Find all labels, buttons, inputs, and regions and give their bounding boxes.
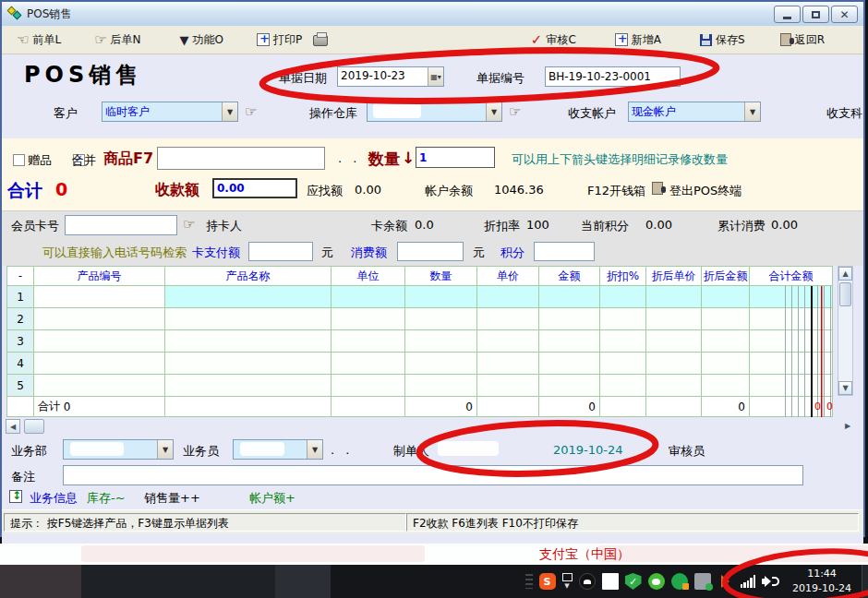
customer-dropdown[interactable]: 临时客户 ▼ (102, 102, 238, 122)
grid-cell[interactable] (646, 286, 702, 308)
calendar-dropdown-icon[interactable]: ▦▾ (428, 67, 443, 86)
printer-setup-button[interactable] (307, 31, 333, 48)
grid-cell[interactable] (750, 330, 833, 353)
grid-cell[interactable] (600, 330, 646, 353)
grid-cell[interactable] (477, 308, 539, 330)
chevron-down-icon[interactable]: ▼ (222, 102, 237, 121)
grid-cell[interactable] (477, 375, 539, 397)
product-input[interactable] (157, 147, 325, 170)
grid-cell[interactable] (750, 353, 833, 375)
grid-cell[interactable] (165, 375, 332, 397)
scroll-down-icon[interactable]: ▼ (838, 381, 852, 395)
add-button[interactable]: 新增A (609, 30, 667, 51)
grid-cell[interactable] (332, 308, 405, 330)
grid-cell[interactable] (477, 330, 539, 353)
logout-pos-label[interactable]: 登出POS终端 (669, 183, 741, 199)
wechat-icon[interactable] (648, 573, 665, 590)
consume-input[interactable] (397, 242, 464, 261)
chevron-down-icon[interactable]: ▼ (486, 102, 501, 121)
grid-cell[interactable] (165, 330, 332, 353)
points-input[interactable] (534, 242, 595, 261)
tray-expand-icon[interactable]: ▼ (564, 582, 569, 590)
grid-cell[interactable] (646, 375, 702, 397)
grid-cell[interactable] (477, 353, 539, 375)
grid-cell[interactable] (646, 308, 702, 330)
chevron-down-icon[interactable]: ▼ (744, 102, 760, 121)
restore-window-icon[interactable] (562, 573, 573, 581)
audit-button[interactable]: ✓ 审核C (525, 29, 582, 51)
grid-cell[interactable] (332, 330, 405, 353)
prev-doc-button[interactable]: ☜ 前单L (11, 30, 66, 51)
member-lookup-icon[interactable]: ☞ (183, 216, 195, 233)
grid-cell[interactable] (34, 353, 165, 375)
scroll-left-icon[interactable]: ◀ (6, 419, 20, 434)
grid-cell[interactable] (600, 353, 646, 375)
minimize-button[interactable] (774, 6, 801, 23)
doc-date-field[interactable]: 2019-10-23 ▦▾ (337, 66, 444, 87)
grid-cell[interactable] (750, 375, 833, 397)
scroll-up-icon[interactable]: ▲ (838, 267, 852, 281)
grid-cell[interactable] (332, 353, 405, 375)
refresh-doc-icon[interactable] (9, 490, 22, 503)
grid-cell[interactable] (600, 375, 646, 397)
grid-cell[interactable] (405, 353, 477, 375)
shield-guard-icon[interactable]: ✓ (625, 573, 642, 590)
grid-cell[interactable] (702, 286, 750, 308)
grid-cell[interactable] (34, 330, 165, 353)
customer-lookup-icon[interactable]: ☞ (245, 103, 257, 120)
grid-cell[interactable] (539, 330, 600, 353)
print-button[interactable]: 打印P (251, 30, 307, 51)
grid-cell[interactable] (332, 286, 405, 308)
back-button[interactable]: 返回R (775, 30, 830, 51)
save-button[interactable]: 保存S (694, 30, 751, 51)
next-doc-button[interactable]: ☞ 后单N (89, 30, 146, 51)
account-dropdown[interactable]: 现金帐户 ▼ (628, 102, 761, 122)
grid-cell[interactable] (539, 308, 600, 330)
grid-cell[interactable] (405, 330, 477, 353)
network-signal-icon[interactable] (741, 575, 756, 588)
audio-device-icon[interactable] (717, 573, 734, 590)
sogou-input-icon[interactable]: S (539, 573, 556, 590)
gift-checkbox[interactable] (13, 154, 25, 166)
secure-lock-icon[interactable] (671, 573, 688, 590)
grid-cell[interactable] (702, 308, 750, 330)
warehouse-lookup-icon[interactable]: ☞ (509, 103, 521, 120)
grid-cell[interactable] (405, 286, 477, 308)
grid-cell[interactable] (34, 375, 165, 397)
grid-cell[interactable] (539, 353, 600, 375)
taskbar[interactable]: S ▼ ✓ 11:44 2019-10-24 (0, 565, 868, 598)
grid-cell[interactable] (539, 375, 600, 397)
grid-hscrollbar[interactable]: ◀ ▶ (2, 417, 863, 436)
qq-icon[interactable] (579, 573, 596, 590)
grid-cell[interactable] (405, 308, 477, 330)
grid-cell[interactable] (539, 286, 600, 308)
grid-cell[interactable] (34, 308, 165, 330)
usb-device-icon[interactable] (694, 573, 711, 590)
functions-button[interactable]: ▼ 功能O (175, 30, 229, 51)
grid-cell[interactable] (600, 286, 646, 308)
grid-cell[interactable] (750, 286, 833, 308)
received-input[interactable] (212, 178, 297, 198)
grid-vscrollbar[interactable]: ▲ ▼ (838, 266, 853, 396)
grid-cell[interactable] (702, 353, 750, 375)
grid-cell[interactable] (646, 353, 702, 375)
blank-tray-icon[interactable] (602, 573, 619, 590)
hscroll-thumb[interactable] (24, 419, 44, 434)
cashbox-label[interactable]: F12开钱箱 (587, 183, 645, 199)
qty-input[interactable] (416, 147, 495, 168)
grid-cell[interactable] (405, 375, 477, 397)
remark-input[interactable] (63, 465, 803, 485)
scroll-right-icon[interactable]: ▶ (840, 419, 855, 434)
grid-cell[interactable] (702, 375, 750, 397)
show-desktop-button[interactable] (862, 565, 868, 598)
grid-cell[interactable] (600, 308, 646, 330)
grid-cell[interactable] (332, 375, 405, 397)
close-button[interactable]: ✕ (831, 6, 858, 23)
business-info-label[interactable]: 业务信息 (30, 490, 78, 507)
grid-cell[interactable] (477, 286, 539, 308)
chevron-down-icon[interactable]: ▼ (307, 440, 322, 459)
grid-cell[interactable] (165, 286, 332, 308)
grid-cell[interactable] (646, 330, 702, 353)
maximize-button[interactable] (802, 6, 829, 23)
doc-no-input[interactable] (545, 66, 681, 87)
